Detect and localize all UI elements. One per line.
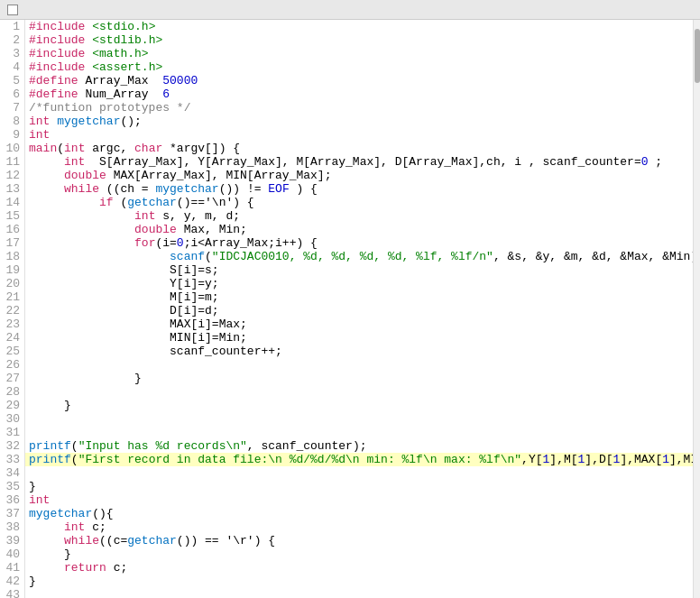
code-line: while((c=getchar()) == '\r') { xyxy=(25,534,693,547)
code-line: int S[Array_Max], Y[Array_Max], M[Array_… xyxy=(25,155,693,169)
code-line: } xyxy=(25,575,693,588)
code-line: /*funtion prototypes */ xyxy=(25,101,693,115)
line-numbers: 1234567891011121314151617181920212223242… xyxy=(0,20,25,598)
code-line: int xyxy=(25,128,693,142)
window-checkbox[interactable] xyxy=(7,5,18,15)
code-line: } xyxy=(25,547,693,561)
code-line: printf("Input has %d records\n", scanf_c… xyxy=(25,439,693,453)
code-line: double Max, Min; xyxy=(25,223,693,236)
code-line: } xyxy=(25,480,693,493)
code-line: int s, y, m, d; xyxy=(25,209,693,223)
code-line: #define Num_Array 6 xyxy=(25,87,693,101)
code-line: int mygetchar(); xyxy=(25,115,693,128)
code-line: while ((ch = mygetchar()) != EOF ) { xyxy=(25,182,693,196)
code-line: scanf("IDCJAC0010, %d, %d, %d, %d, %lf, … xyxy=(25,250,693,263)
editor-area: 1234567891011121314151617181920212223242… xyxy=(0,20,700,598)
code-line: double MAX[Array_Max], MIN[Array_Max]; xyxy=(25,169,693,182)
code-line: #include <stdio.h> xyxy=(25,20,693,33)
code-area[interactable]: #include <stdio.h>#include <stdlib.h>#in… xyxy=(25,20,693,598)
code-line xyxy=(25,588,693,598)
code-line: return c; xyxy=(25,561,693,575)
code-line: } xyxy=(25,372,693,385)
code-line: #define Array_Max 50000 xyxy=(25,74,693,87)
code-line: for(i=0;i<Array_Max;i++) { xyxy=(25,236,693,250)
code-line: printf("First record in data file:\n %d/… xyxy=(25,453,693,466)
code-line: int c; xyxy=(25,520,693,534)
scrollbar[interactable] xyxy=(693,20,700,598)
code-line: S[i]=s; xyxy=(25,263,693,277)
code-line: #include <assert.h> xyxy=(25,60,693,74)
code-line: scanf_counter++; xyxy=(25,345,693,358)
code-line: #include <math.h> xyxy=(25,47,693,60)
code-line: if (getchar()=='\n') { xyxy=(25,196,693,209)
titlebar xyxy=(0,0,700,20)
code-line xyxy=(25,358,693,372)
code-line xyxy=(25,412,693,426)
code-line: main(int argc, char *argv[]) { xyxy=(25,142,693,155)
code-line: D[i]=d; xyxy=(25,304,693,317)
code-line: MIN[i]=Min; xyxy=(25,331,693,345)
code-line: #include <stdlib.h> xyxy=(25,33,693,47)
code-line: } xyxy=(25,399,693,412)
code-line: Y[i]=y; xyxy=(25,277,693,290)
code-line xyxy=(25,466,693,480)
code-line: mygetchar(){ xyxy=(25,507,693,520)
code-line: MAX[i]=Max; xyxy=(25,317,693,331)
code-line: M[i]=m; xyxy=(25,290,693,304)
scrollbar-thumb[interactable] xyxy=(695,29,700,83)
code-line: int xyxy=(25,493,693,507)
code-line xyxy=(25,426,693,439)
code-line xyxy=(25,385,693,399)
